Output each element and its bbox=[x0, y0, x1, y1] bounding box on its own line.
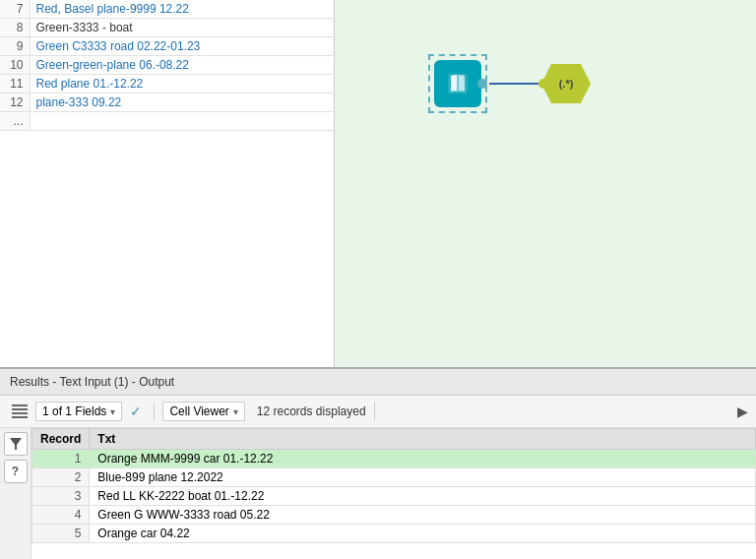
scroll-right-button[interactable]: ▶ bbox=[737, 404, 748, 419]
svg-rect-5 bbox=[12, 416, 28, 418]
results-content: ? Record Txt 1 Orange MMM-9999 car 01.-1… bbox=[0, 428, 756, 559]
canvas-area: (.*) bbox=[335, 0, 756, 367]
row-text bbox=[30, 112, 334, 131]
text-input-node[interactable] bbox=[428, 54, 487, 113]
funnel-icon bbox=[9, 437, 23, 451]
row-num: ... bbox=[0, 112, 30, 131]
row-text: Green C3333 road 02.22-01.23 bbox=[30, 37, 334, 56]
results-table: Record Txt 1 Orange MMM-9999 car 01.-12.… bbox=[32, 428, 756, 543]
filter-button[interactable] bbox=[4, 432, 28, 456]
svg-rect-3 bbox=[12, 408, 28, 410]
result-row[interactable]: 5 Orange car 04.22 bbox=[32, 525, 756, 543]
toolbar-separator-2 bbox=[374, 402, 375, 421]
left-table-row: 12 plane-333 09.22 bbox=[0, 93, 334, 112]
result-row-num: 5 bbox=[32, 525, 90, 543]
left-table-row: 7 Red, Basel plane-9999 12.22 bbox=[0, 0, 334, 19]
result-row[interactable]: 2 Blue-899 plane 12.2022 bbox=[32, 468, 756, 487]
result-row-num: 4 bbox=[32, 506, 90, 525]
fields-chevron: ▾ bbox=[110, 406, 115, 417]
results-table-wrap: Record Txt 1 Orange MMM-9999 car 01.-12.… bbox=[32, 428, 756, 559]
records-count: 12 records displayed bbox=[257, 404, 366, 418]
checkmark-icon[interactable]: ✓ bbox=[126, 404, 146, 419]
row-num: 11 bbox=[0, 75, 30, 93]
result-row-text: Red LL KK-2222 boat 01.-12.22 bbox=[90, 487, 756, 506]
result-row-text: Blue-899 plane 12.2022 bbox=[90, 468, 756, 487]
svg-rect-2 bbox=[12, 404, 28, 406]
regex-node-label: (.*) bbox=[559, 78, 574, 90]
result-row-text: Orange MMM-9999 car 01.-12.22 bbox=[90, 450, 756, 468]
main-area: 7 Red, Basel plane-9999 12.22 8 Green-33… bbox=[0, 0, 756, 367]
connector-line bbox=[489, 83, 543, 85]
menu-icon[interactable] bbox=[8, 400, 32, 423]
row-text: Red plane 01.-12.22 bbox=[30, 75, 334, 93]
row-num: 12 bbox=[0, 93, 30, 112]
results-header: Results - Text Input (1) - Output bbox=[0, 369, 756, 396]
left-table: 7 Red, Basel plane-9999 12.22 8 Green-33… bbox=[0, 0, 334, 131]
col-header-txt: Txt bbox=[90, 429, 756, 450]
result-row-num: 3 bbox=[32, 487, 90, 506]
left-table-row: ... bbox=[0, 112, 334, 131]
result-row-num: 1 bbox=[32, 450, 90, 468]
fields-label: 1 of 1 Fields bbox=[42, 404, 106, 418]
book-icon bbox=[444, 70, 472, 97]
fields-dropdown[interactable]: 1 of 1 Fields ▾ bbox=[35, 402, 122, 421]
left-table-row: 9 Green C3333 road 02.22-01.23 bbox=[0, 37, 334, 56]
svg-rect-4 bbox=[12, 412, 28, 414]
canvas-panel: (.*) bbox=[335, 0, 756, 367]
lines-icon bbox=[12, 404, 28, 418]
viewer-label: Cell Viewer bbox=[169, 404, 228, 418]
row-num: 7 bbox=[0, 0, 30, 19]
row-text: plane-333 09.22 bbox=[30, 93, 334, 112]
help-button[interactable]: ? bbox=[4, 460, 28, 483]
left-table-row: 11 Red plane 01.-12.22 bbox=[0, 75, 334, 93]
results-toolbar: 1 of 1 Fields ▾ ✓ Cell Viewer ▾ 12 recor… bbox=[0, 396, 756, 428]
question-mark-icon: ? bbox=[12, 465, 19, 478]
left-panel: 7 Red, Basel plane-9999 12.22 8 Green-33… bbox=[0, 0, 335, 367]
results-sidebar: ? bbox=[0, 428, 32, 559]
row-num: 10 bbox=[0, 56, 30, 75]
viewer-chevron: ▾ bbox=[233, 406, 238, 417]
result-row-text: Orange car 04.22 bbox=[90, 525, 756, 543]
result-row[interactable]: 3 Red LL KK-2222 boat 01.-12.22 bbox=[32, 487, 756, 506]
results-title: Results - Text Input (1) - Output bbox=[10, 375, 174, 389]
col-header-record: Record bbox=[32, 429, 90, 450]
row-text: Red, Basel plane-9999 12.22 bbox=[30, 0, 334, 19]
result-row-text: Green G WWW-3333 road 05.22 bbox=[90, 506, 756, 525]
svg-marker-6 bbox=[10, 438, 22, 450]
text-input-node-inner bbox=[434, 60, 481, 107]
regex-node[interactable]: (.*) bbox=[541, 64, 591, 103]
result-row[interactable]: 1 Orange MMM-9999 car 01.-12.22 bbox=[32, 450, 756, 468]
left-table-row: 10 Green-green-plane 06.-08.22 bbox=[0, 56, 334, 75]
left-table-row: 8 Green-3333 - boat bbox=[0, 19, 334, 37]
row-num: 9 bbox=[0, 37, 30, 56]
result-row[interactable]: 4 Green G WWW-3333 road 05.22 bbox=[32, 506, 756, 525]
row-text: Green-3333 - boat bbox=[30, 19, 334, 37]
row-num: 8 bbox=[0, 19, 30, 37]
result-row-num: 2 bbox=[32, 468, 90, 487]
viewer-dropdown[interactable]: Cell Viewer ▾ bbox=[162, 402, 244, 421]
row-text: Green-green-plane 06.-08.22 bbox=[30, 56, 334, 75]
toolbar-separator-1 bbox=[154, 402, 155, 421]
bottom-panel: Results - Text Input (1) - Output 1 of 1… bbox=[0, 367, 756, 559]
